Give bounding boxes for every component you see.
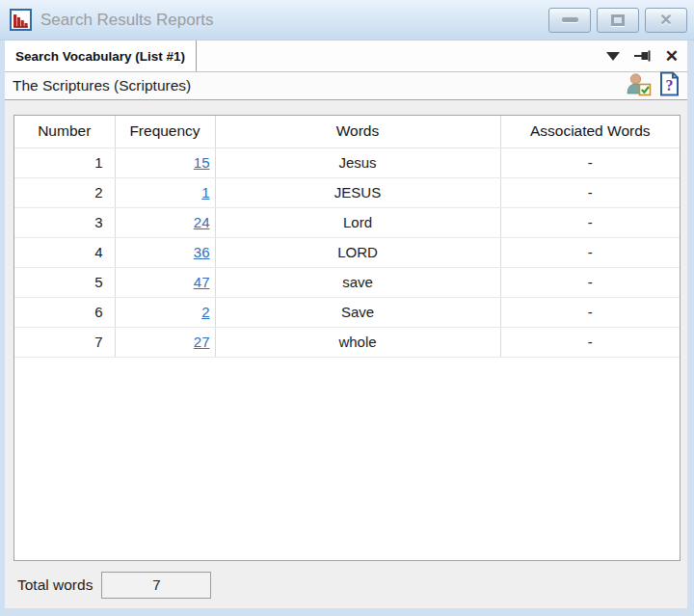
frequency-cell: 27 — [115, 327, 215, 357]
tab-bar-controls: ✕ — [606, 40, 687, 71]
associated-words-cell: - — [500, 237, 680, 267]
window-controls: ✕ — [548, 8, 687, 33]
help-icon[interactable]: ? — [659, 71, 680, 100]
frequency-link[interactable]: 1 — [201, 184, 209, 201]
close-icon: ✕ — [659, 13, 672, 28]
results-table-container: Number Frequency Words Associated Words … — [13, 115, 681, 561]
maximize-icon — [611, 14, 625, 26]
user-check-icon[interactable] — [626, 72, 652, 100]
row-number-cell: 7 — [14, 327, 115, 357]
table-row: 4 36 LORD - — [14, 237, 680, 267]
table-body: 1 15 Jesus - 2 1 JESUS - 3 24 Lord - 4 3… — [14, 147, 680, 357]
column-header-frequency: Frequency — [115, 116, 215, 147]
word-cell: whole — [215, 327, 500, 357]
frequency-link[interactable]: 2 — [201, 304, 209, 320]
frequency-cell: 15 — [115, 147, 215, 177]
column-header-words: Words — [215, 116, 500, 147]
row-number-cell: 1 — [14, 147, 115, 177]
table-row: 7 27 whole - — [14, 327, 680, 357]
associated-words-cell: - — [500, 147, 680, 177]
associated-words-cell: - — [500, 327, 680, 357]
table-row: 5 47 save - — [14, 267, 680, 297]
pin-icon[interactable] — [634, 49, 651, 63]
associated-words-cell: - — [500, 177, 680, 207]
report-title: The Scriptures (Scriptures) — [13, 77, 626, 94]
frequency-link[interactable]: 15 — [194, 154, 210, 171]
frequency-link[interactable]: 27 — [194, 334, 210, 350]
word-cell: LORD — [215, 237, 500, 267]
window-body: Search Vocabulary (List #1) ✕ The Script… — [5, 40, 687, 608]
tab-bar-spacer — [197, 40, 606, 71]
table-row: 3 24 Lord - — [14, 207, 680, 237]
minimize-icon — [562, 17, 578, 22]
tab-label: Search Vocabulary (List #1) — [15, 49, 185, 64]
column-header-associated: Associated Words — [500, 116, 680, 147]
frequency-cell: 36 — [115, 237, 215, 267]
maximize-button[interactable] — [597, 8, 639, 33]
frequency-link[interactable]: 36 — [194, 244, 210, 260]
info-bar: The Scriptures (Scriptures) ? — [5, 72, 687, 100]
word-cell: Lord — [215, 207, 500, 237]
results-table: Number Frequency Words Associated Words … — [14, 116, 680, 358]
associated-words-cell: - — [500, 267, 680, 297]
word-cell: Save — [215, 297, 500, 327]
row-number-cell: 3 — [14, 207, 115, 237]
associated-words-cell: - — [500, 207, 680, 237]
row-number-cell: 6 — [14, 297, 115, 327]
row-number-cell: 4 — [14, 237, 115, 267]
svg-text:?: ? — [666, 77, 674, 94]
window: Search Results Reports ✕ Search Vocabula… — [0, 0, 694, 616]
frequency-cell: 2 — [115, 297, 215, 327]
table-row: 1 15 Jesus - — [14, 147, 680, 177]
table-row: 2 1 JESUS - — [14, 177, 680, 207]
window-title: Search Results Reports — [40, 11, 548, 30]
total-words-value: 7 — [101, 572, 211, 599]
frequency-cell: 47 — [115, 267, 215, 297]
row-number-cell: 2 — [14, 177, 115, 207]
info-bar-icons: ? — [626, 71, 680, 100]
associated-words-cell: - — [500, 297, 680, 327]
content-area: Number Frequency Words Associated Words … — [5, 100, 687, 608]
row-number-cell: 5 — [14, 267, 115, 297]
column-header-number: Number — [14, 116, 115, 147]
footer-bar: Total words 7 — [13, 561, 681, 608]
word-cell: JESUS — [215, 177, 500, 207]
minimize-button[interactable] — [548, 8, 591, 33]
word-cell: Jesus — [215, 147, 500, 177]
frequency-cell: 1 — [115, 177, 215, 207]
tab-dropdown-caret-icon[interactable] — [606, 52, 620, 61]
tab-bar: Search Vocabulary (List #1) ✕ — [5, 40, 687, 72]
table-header-row: Number Frequency Words Associated Words — [14, 116, 680, 147]
word-cell: save — [215, 267, 500, 297]
histogram-app-icon — [10, 8, 33, 33]
titlebar: Search Results Reports ✕ — [0, 0, 694, 40]
frequency-link[interactable]: 47 — [194, 274, 210, 290]
tab-close-icon[interactable]: ✕ — [665, 48, 679, 65]
frequency-link[interactable]: 24 — [194, 214, 210, 230]
total-words-label: Total words — [17, 576, 93, 594]
table-row: 6 2 Save - — [14, 297, 680, 327]
frequency-cell: 24 — [115, 207, 215, 237]
close-button[interactable]: ✕ — [645, 8, 687, 33]
tab-search-vocabulary[interactable]: Search Vocabulary (List #1) — [5, 40, 197, 71]
